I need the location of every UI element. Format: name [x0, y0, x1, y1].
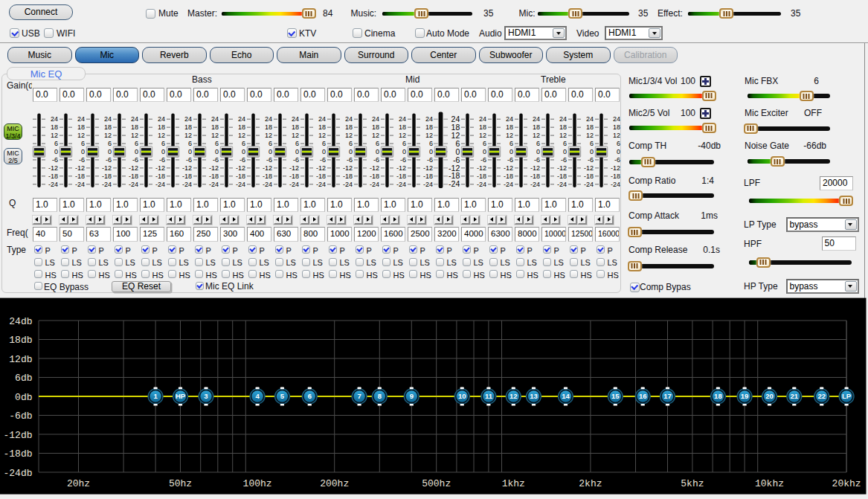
svg-text:12: 12: [509, 392, 518, 400]
svg-text:-18: -18: [530, 173, 540, 180]
svg-text:0: 0: [108, 148, 112, 155]
svg-text:18: 18: [131, 123, 138, 131]
svg-text:12: 12: [238, 132, 245, 139]
svg-text:18: 18: [586, 123, 594, 131]
svg-text:12: 12: [613, 132, 620, 139]
svg-text:-18: -18: [343, 173, 353, 180]
svg-text:10khz: 10khz: [755, 478, 784, 489]
svg-text:22: 22: [817, 392, 826, 400]
svg-text:24: 24: [613, 115, 620, 123]
svg-text:6: 6: [135, 140, 138, 147]
svg-text:18: 18: [77, 123, 85, 131]
svg-text:-18db: -18db: [3, 448, 32, 460]
svg-text:-18: -18: [289, 173, 299, 180]
svg-text:-24: -24: [129, 181, 138, 188]
svg-text:18: 18: [345, 123, 353, 131]
svg-text:14: 14: [562, 392, 570, 400]
svg-text:3: 3: [204, 392, 208, 400]
svg-text:-6: -6: [132, 156, 138, 164]
svg-text:1: 1: [153, 392, 158, 400]
svg-text:12: 12: [533, 132, 540, 139]
svg-text:-6: -6: [400, 156, 406, 164]
svg-text:6: 6: [402, 140, 406, 147]
svg-text:-6: -6: [106, 156, 112, 164]
svg-text:-24: -24: [530, 181, 540, 188]
svg-text:6: 6: [269, 140, 272, 147]
svg-text:-6: -6: [79, 156, 85, 164]
svg-text:18: 18: [292, 123, 299, 131]
svg-text:6: 6: [188, 140, 192, 147]
svg-text:0: 0: [161, 148, 165, 155]
svg-text:12db: 12db: [9, 354, 32, 365]
svg-text:13: 13: [530, 392, 538, 400]
svg-text:24db: 24db: [9, 316, 32, 327]
svg-text:-24: -24: [343, 181, 353, 188]
svg-text:19: 19: [741, 392, 749, 400]
svg-text:20hz: 20hz: [67, 478, 90, 489]
svg-text:18: 18: [265, 123, 272, 131]
svg-text:0: 0: [349, 148, 353, 155]
svg-text:-12: -12: [584, 164, 594, 172]
svg-text:-12: -12: [48, 164, 58, 172]
svg-text:11: 11: [485, 392, 493, 400]
svg-text:LP: LP: [842, 392, 852, 400]
svg-text:12: 12: [77, 132, 85, 139]
svg-text:24: 24: [211, 115, 219, 123]
svg-text:-12: -12: [530, 164, 540, 172]
svg-text:12: 12: [399, 132, 406, 139]
svg-text:12: 12: [425, 132, 433, 139]
svg-text:0: 0: [483, 148, 486, 155]
svg-text:0: 0: [322, 148, 326, 155]
svg-text:1khz: 1khz: [502, 478, 525, 489]
svg-text:-18: -18: [504, 173, 513, 180]
svg-text:-18: -18: [155, 173, 165, 180]
svg-text:-24: -24: [102, 181, 112, 188]
svg-text:-24: -24: [236, 181, 245, 188]
svg-text:0: 0: [135, 148, 138, 155]
svg-text:12: 12: [131, 132, 138, 139]
svg-text:-18: -18: [263, 173, 272, 180]
svg-text:-6: -6: [507, 156, 513, 164]
svg-text:6: 6: [242, 140, 245, 147]
svg-text:24: 24: [533, 115, 540, 123]
svg-text:-12: -12: [236, 164, 245, 172]
svg-text:0: 0: [242, 148, 245, 155]
svg-text:12: 12: [372, 132, 379, 139]
svg-text:6: 6: [509, 140, 513, 147]
svg-text:-12db: -12db: [3, 430, 32, 441]
svg-text:24: 24: [372, 115, 379, 123]
svg-text:-6db: -6db: [9, 411, 32, 422]
svg-text:24: 24: [77, 115, 85, 123]
svg-text:24: 24: [425, 115, 433, 123]
svg-text:-18: -18: [129, 173, 138, 180]
svg-text:0: 0: [563, 148, 567, 155]
svg-text:0: 0: [81, 148, 85, 155]
svg-text:12: 12: [506, 132, 513, 139]
svg-text:4: 4: [255, 392, 260, 400]
svg-text:-24: -24: [289, 181, 299, 188]
svg-text:-6: -6: [213, 156, 219, 164]
svg-text:-18: -18: [236, 173, 245, 180]
svg-text:12: 12: [104, 132, 112, 139]
svg-text:-12: -12: [396, 164, 406, 172]
svg-text:12: 12: [479, 132, 486, 139]
svg-text:0: 0: [509, 148, 513, 155]
svg-text:6: 6: [54, 140, 58, 147]
svg-text:6: 6: [308, 392, 312, 400]
svg-text:0: 0: [429, 148, 433, 155]
svg-text:18: 18: [533, 123, 540, 131]
svg-text:12: 12: [292, 132, 299, 139]
svg-text:500hz: 500hz: [422, 478, 451, 489]
svg-text:-24: -24: [423, 181, 433, 188]
svg-text:-12: -12: [263, 164, 272, 172]
svg-text:-12: -12: [209, 164, 219, 172]
svg-text:18: 18: [104, 123, 112, 131]
svg-text:-18: -18: [370, 173, 379, 180]
svg-text:-24: -24: [75, 181, 85, 188]
svg-text:24: 24: [318, 115, 326, 123]
svg-text:24: 24: [265, 115, 272, 123]
svg-text:-24: -24: [611, 181, 620, 188]
svg-text:-6: -6: [159, 156, 165, 164]
svg-text:-18: -18: [477, 173, 486, 180]
svg-text:12: 12: [51, 132, 58, 139]
